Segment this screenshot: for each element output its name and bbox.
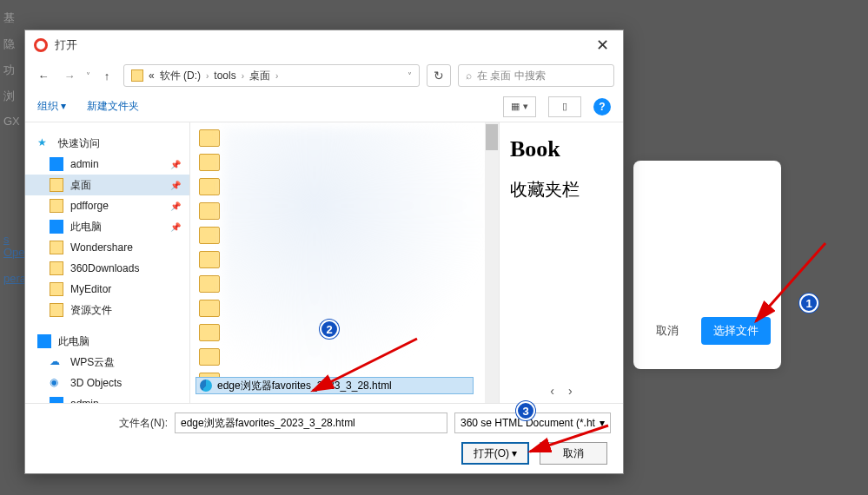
folder-thumb[interactable] [199, 129, 220, 147]
preview-next-button[interactable]: › [568, 384, 573, 398]
opera-icon [34, 38, 48, 52]
sidebar-item-wpscloud[interactable]: ☁WPS云盘 [25, 352, 189, 373]
monitor-icon [50, 397, 63, 403]
preview-pane-button[interactable]: ▯ [548, 96, 581, 117]
preview-sub: 收藏夹栏 [510, 178, 613, 201]
folder-icon [50, 199, 63, 213]
folder-thumb[interactable] [199, 178, 220, 195]
this-pc-group[interactable]: 此电脑 [25, 331, 189, 352]
organize-menu[interactable]: 组织 ▾ [37, 99, 66, 114]
nav-forward-button[interactable]: → [60, 66, 79, 85]
folder-thumb[interactable] [199, 227, 220, 244]
help-button[interactable]: ? [593, 98, 611, 116]
sidebar-item-3dobjects[interactable]: ◉3D Objects [25, 373, 189, 393]
preview-prev-button[interactable]: ‹ [550, 384, 554, 398]
select-file-button[interactable]: 选择文件 [701, 317, 771, 345]
refresh-button[interactable]: ↻ [427, 64, 451, 87]
preview-pane: Book 收藏夹栏 ‹ › [499, 122, 623, 403]
dialog-title: 打开 [55, 37, 591, 53]
folder-thumb[interactable] [199, 154, 220, 171]
folder-icon [50, 282, 63, 296]
sidebar-item-thispc[interactable]: 此电脑📌 [25, 216, 189, 237]
folder-icon [50, 261, 63, 275]
pc-icon [50, 220, 63, 234]
star-icon: ★ [37, 136, 51, 150]
sidebar-item-wondershare[interactable]: Wondershare [25, 237, 189, 258]
sidebar-item-admin[interactable]: admin📌 [25, 154, 189, 175]
chevron-down-icon[interactable]: ˅ [407, 71, 412, 81]
pin-icon: 📌 [170, 181, 181, 190]
sidebar-item-myeditor[interactable]: MyEditor [25, 279, 189, 300]
pin-icon: 📌 [170, 201, 181, 211]
folder-thumb[interactable] [199, 275, 220, 293]
folder-icon [50, 303, 63, 317]
new-folder-button[interactable]: 新建文件夹 [87, 99, 139, 114]
filename-input[interactable] [175, 412, 447, 433]
filetype-filter[interactable]: 360 se HTML Document (*.ht▾ [454, 412, 611, 433]
sidebar-item-resources[interactable]: 资源文件 [25, 300, 189, 320]
pin-icon: 📌 [170, 160, 181, 169]
bg-left-strip: 基 隐 功 浏 GX s Ope pera [0, 0, 26, 495]
folder-thumb[interactable] [199, 348, 220, 366]
view-mode-button[interactable]: ▦ ▾ [503, 96, 536, 117]
folder-icon [131, 69, 143, 82]
dialog-titlebar: 打开 ✕ [25, 30, 623, 60]
search-input[interactable]: ⌕ 在 桌面 中搜索 [458, 64, 614, 87]
nav-history-dropdown[interactable]: ˅ [86, 71, 90, 81]
import-card: 取消 选择文件 [633, 161, 781, 369]
sidebar: ★ 快速访问 admin📌 桌面📌 pdfforge📌 此电脑📌 Wonders… [25, 122, 190, 403]
quick-access-group[interactable]: ★ 快速访问 [25, 133, 189, 154]
file-list[interactable]: edge浏览器favorites_2023_3_28.html [190, 122, 499, 403]
sidebar-item-desktop[interactable]: 桌面📌 [25, 175, 189, 195]
folder-thumb[interactable] [199, 202, 220, 220]
cube-icon: ◉ [50, 376, 63, 390]
selected-file-item[interactable]: edge浏览器favorites_2023_3_28.html [195, 377, 474, 394]
close-button[interactable]: ✕ [591, 36, 614, 55]
sidebar-item-360downloads[interactable]: 360Downloads [25, 258, 189, 279]
nav-up-button[interactable]: ↑ [97, 66, 116, 85]
file-open-dialog: 打开 ✕ ← → ˅ ↑ « 软件 (D:)› tools› 桌面› ˅ ↻ ⌕… [24, 30, 624, 474]
folder-thumb[interactable] [199, 324, 220, 341]
breadcrumb-part[interactable]: 桌面 [249, 69, 270, 83]
preview-heading: Book [510, 136, 613, 162]
filename-label: 文件名(N): [37, 416, 168, 431]
folder-thumb[interactable] [199, 251, 220, 268]
sidebar-item-pdfforge[interactable]: pdfforge📌 [25, 195, 189, 216]
nav-back-button[interactable]: ← [34, 66, 53, 85]
scrollbar[interactable] [485, 122, 499, 403]
open-button[interactable]: 打开(O) ▾ [461, 442, 529, 465]
sidebar-item-admin2[interactable]: admin [25, 393, 189, 403]
pc-icon [37, 334, 51, 348]
dialog-footer: 文件名(N): 360 se HTML Document (*.ht▾ 打开(O… [25, 403, 623, 473]
folder-thumb[interactable] [199, 300, 220, 317]
address-bar[interactable]: « 软件 (D:)› tools› 桌面› ˅ [123, 64, 420, 87]
cloud-icon: ☁ [50, 355, 63, 369]
breadcrumb-part[interactable]: tools [214, 69, 235, 82]
import-cancel-button[interactable]: 取消 [644, 317, 691, 345]
search-icon: ⌕ [466, 69, 472, 82]
dialog-navbar: ← → ˅ ↑ « 软件 (D:)› tools› 桌面› ˅ ↻ ⌕ 在 桌面… [25, 60, 623, 91]
pin-icon: 📌 [170, 222, 181, 232]
edge-icon [200, 380, 212, 392]
file-pane: edge浏览器favorites_2023_3_28.html Book 收藏夹… [190, 122, 623, 403]
folder-icon [50, 178, 63, 192]
breadcrumb-part[interactable]: 软件 (D:) [160, 69, 201, 83]
folder-icon [50, 241, 63, 254]
blurred-content [223, 128, 484, 388]
monitor-icon [50, 157, 63, 171]
dialog-toolbar: 组织 ▾ 新建文件夹 ▦ ▾ ▯ ? [25, 91, 623, 122]
cancel-button[interactable]: 取消 [540, 442, 607, 465]
dialog-body: ★ 快速访问 admin📌 桌面📌 pdfforge📌 此电脑📌 Wonders… [25, 122, 623, 403]
